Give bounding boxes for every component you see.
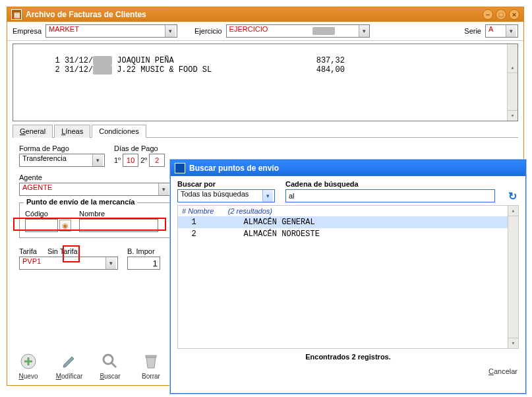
highlight-box <box>13 218 166 231</box>
svg-point-1 <box>103 355 113 364</box>
cadena-input[interactable] <box>286 190 494 202</box>
tab-lineas[interactable]: Líneas <box>54 125 90 138</box>
result-row[interactable]: 2 ALMACÉN NOROESTE <box>178 228 518 240</box>
grid-header: # Nombre (2 resultados) <box>178 206 518 216</box>
dias-pago-label: Días de Pago <box>114 144 165 152</box>
svg-rect-2 <box>146 355 156 357</box>
scroll-up-icon[interactable]: ▴ <box>508 63 517 73</box>
search-icon <box>99 350 121 373</box>
chevron-down-icon[interactable]: ▾ <box>262 190 273 202</box>
punto-envio-legend: Punto de envío de la mercancía <box>24 198 137 206</box>
agente-label: Agente <box>19 173 171 181</box>
dias1-input[interactable] <box>123 154 138 167</box>
edit-icon <box>58 350 80 373</box>
empresa-label: Empresa <box>13 27 42 35</box>
chevron-down-icon[interactable]: ▾ <box>165 25 175 37</box>
dias1-label: 1º <box>114 156 121 164</box>
new-icon <box>17 350 40 373</box>
codigo-label: Código <box>25 210 71 218</box>
tab-bar: General Líneas Condiciones <box>13 124 518 138</box>
scrollbar[interactable]: ▴ ▾ <box>508 206 518 348</box>
chevron-down-icon[interactable]: ▾ <box>92 154 103 166</box>
results-grid[interactable]: # Nombre (2 resultados) 1 ALMACÉN GENERA… <box>177 205 519 349</box>
redacted-text: .... <box>312 27 335 35</box>
ejercicio-label: Ejercicio <box>194 27 222 35</box>
serie-value: A <box>486 25 506 37</box>
nuevo-button[interactable]: Nuevo <box>13 350 44 380</box>
app-icon: ▤ <box>11 9 22 20</box>
forma-pago-value: Transferencia <box>20 154 92 166</box>
chevron-down-icon[interactable]: ▾ <box>105 257 116 269</box>
tab-condiciones[interactable]: Condiciones <box>92 125 146 138</box>
cadena-label: Cadena de búsqueda <box>285 180 495 188</box>
borrar-button[interactable]: Borrar <box>135 350 167 380</box>
forma-pago-combo[interactable]: Transferencia ▾ <box>19 154 105 167</box>
buscar-por-combo[interactable]: Todas las búsquedas ▾ <box>177 189 275 202</box>
chevron-down-icon[interactable]: ▾ <box>359 25 369 37</box>
buscar-por-label: Buscar por <box>177 180 275 188</box>
minimize-button[interactable]: – <box>483 9 493 20</box>
modificar-button[interactable]: Modificar <box>53 350 85 380</box>
main-titlebar[interactable]: ▤ Archivo de Facturas de Clientes – □ × <box>7 7 523 22</box>
serie-combo[interactable]: A ▾ <box>485 24 518 38</box>
agente-value: AGENTE <box>20 183 158 195</box>
chevron-down-icon[interactable]: ▾ <box>506 25 516 37</box>
bimporte-label: B. Impor <box>127 247 160 255</box>
empresa-combo[interactable]: MARKET ▾ <box>45 24 177 38</box>
cadena-input-wrap <box>285 189 495 202</box>
invoice-list[interactable]: 1 31/12/.... JOAQUIN PEÑA 837,32 2 31/12… <box>13 44 518 121</box>
cancelar-button[interactable]: Cancelar <box>488 367 517 375</box>
list-row[interactable]: 2 31/12/.... J.22 MUSIC & FOOD SL 484,00 <box>17 65 345 75</box>
scroll-down-icon[interactable]: ▾ <box>508 110 517 121</box>
result-row[interactable]: 1 ALMACÉN GENERAL <box>178 216 518 228</box>
tab-general[interactable]: General <box>13 125 53 138</box>
serie-label: Serie <box>464 27 481 35</box>
search-dialog: Buscar puntos de envío Buscar por Todas … <box>170 160 526 394</box>
buscar-por-value: Todas las búsquedas <box>178 190 262 202</box>
scroll-down-icon[interactable]: ▾ <box>508 338 518 348</box>
dias2-label: 2º <box>140 156 147 164</box>
tarifa-label: Tarifa <box>19 247 37 255</box>
status-text: Encontrados 2 registros. <box>171 349 525 365</box>
chevron-down-icon[interactable]: ▾ <box>158 183 169 195</box>
ejercicio-combo[interactable]: EJERCICIO .... ▾ <box>226 24 370 38</box>
top-filter-bar: Empresa MARKET ▾ Ejercicio EJERCICIO ...… <box>7 22 523 41</box>
empresa-value: MARKET <box>46 25 165 37</box>
highlight-box <box>63 245 80 262</box>
trash-icon <box>140 350 162 373</box>
buscar-button[interactable]: Buscar <box>94 350 126 380</box>
dialog-icon <box>175 163 185 173</box>
refresh-button[interactable]: ↻ <box>506 189 519 202</box>
agente-combo[interactable]: AGENTE ▾ <box>19 183 171 196</box>
dias2-input[interactable] <box>149 154 165 167</box>
dialog-title: Buscar puntos de envío <box>189 164 279 173</box>
main-title: Archivo de Facturas de Clientes <box>26 10 146 19</box>
scroll-up-icon[interactable]: ▴ <box>508 206 518 216</box>
list-row[interactable]: 1 31/12/.... JOAQUIN PEÑA 837,32 <box>17 56 345 65</box>
nombre-label: Nombre <box>79 210 168 218</box>
dialog-titlebar[interactable]: Buscar puntos de envío <box>171 160 525 176</box>
bimporte-input[interactable] <box>127 257 160 270</box>
ejercicio-value: EJERCICIO <box>227 25 312 37</box>
refresh-icon: ↻ <box>508 190 517 202</box>
maximize-button[interactable]: □ <box>496 9 506 20</box>
close-button[interactable]: × <box>509 9 519 20</box>
scrollbar[interactable]: ▴ ▾ <box>507 44 517 121</box>
forma-pago-label: Forma de Pago <box>19 144 105 152</box>
